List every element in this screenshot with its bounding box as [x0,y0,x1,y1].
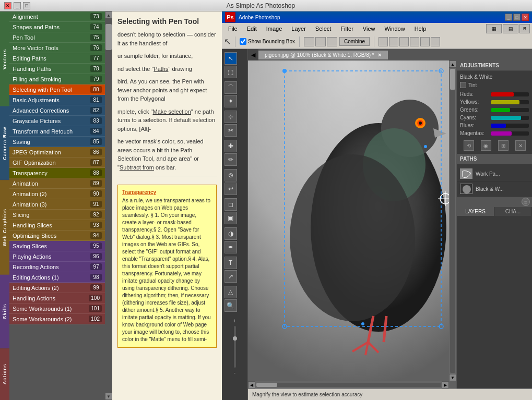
chapter-item-basic-adj[interactable]: Basic Adjustments 81 [9,95,105,105]
path-item-blackwhite[interactable]: Black & W... [457,181,532,197]
chapter-item-transparency[interactable]: Transparency 88 [9,168,105,178]
hscroll-thumb[interactable] [256,383,277,387]
chapter-item-optimizing-slices[interactable]: Optimizing Slices 94 [9,231,105,241]
ps-tab-arrow-left[interactable]: ◀ [248,49,258,60]
dodge-tool-icon[interactable]: ◑ [224,227,237,240]
marquee-tool-icon[interactable]: ⬚ [224,66,237,78]
chapter-item-shapes[interactable]: Shapes and Paths 74 [9,22,105,32]
menu-filter[interactable]: Filter [336,25,357,33]
cyans-bar-bg[interactable] [491,116,529,120]
combine-button[interactable]: Combine [339,37,370,46]
menu-layer[interactable]: Layer [287,25,310,33]
vscroll-up-btn[interactable]: ▲ [449,60,456,68]
chapter-item-playing-actions[interactable]: Playing Actions 96 [9,251,105,262]
reds-bar-bg[interactable] [491,92,529,96]
slice-tool-icon[interactable]: ✂ [224,124,237,137]
transform-btn2[interactable] [315,37,326,46]
section-label-camera[interactable]: Camera Raw [0,106,9,180]
chapter-item-handling-actions[interactable]: Handling Actions 100 [9,293,105,304]
scroll-thumb[interactable] [105,24,112,50]
gradient-tool-icon[interactable]: ▣ [224,212,237,224]
ps-close[interactable]: ✕ [522,14,529,21]
canvas-vscroll[interactable]: ▲ ▼ [449,60,456,381]
make-selection-link[interactable]: Make selection [152,108,191,115]
sidebar-scrollbar[interactable]: ▲ ▼ [105,11,112,400]
lasso-tool-icon[interactable]: ⌒ [224,81,237,94]
chapter-item-animation[interactable]: Animation 89 [9,178,105,189]
menu-window[interactable]: Window [381,25,409,33]
transform-btn3[interactable] [327,37,337,46]
zoom-out-btn[interactable]: - [234,370,235,375]
history-tool-icon[interactable]: ↩ [224,183,237,195]
ps-canvas[interactable]: ◀ ▶ ▲ ▼ [248,60,456,389]
section-label-skills[interactable]: Skills [0,275,9,348]
path-tool-icon[interactable]: ↗ [224,270,237,283]
wand-tool-icon[interactable]: ✦ [224,95,237,107]
hscroll-track[interactable] [256,383,441,387]
section-label-vectors[interactable]: Vectors [0,11,9,106]
subtract-link[interactable]: Subtract from [120,164,154,171]
zoom-in-btn[interactable]: + [233,318,237,324]
chapter-item-editing1[interactable]: Editing Actions (1) 98 [9,272,105,283]
menu-help[interactable]: Help [410,25,431,33]
ps-document-tab[interactable]: pigeon.jpg @ 100% (Black & White 1, RGB/… [258,51,388,59]
adj-btn2[interactable]: ◉ [481,140,491,151]
chapter-item-gif[interactable]: GIF Optimization 87 [9,157,105,168]
chapter-item-slicing[interactable]: Slicing 92 [9,210,105,220]
chapter-item-pen-tool[interactable]: Pen Tool 75 [9,32,105,43]
paths-options-btn[interactable]: ≡ [522,198,530,206]
chapter-item-more-vector[interactable]: More Vector Tools 76 [9,43,105,53]
move-tool-icon[interactable]: ↖ [224,52,237,65]
menu-edit[interactable]: Edit [243,25,261,33]
ps-minimize[interactable]: _ [505,14,512,21]
zoom-thumb[interactable] [233,336,237,341]
chapter-item-saving[interactable]: Saving 85 [9,137,105,147]
yellows-bar-bg[interactable] [491,100,529,104]
menu-view[interactable]: View [359,25,380,33]
window-controls-left[interactable]: ✕ _ □ [4,2,30,9]
stamp-tool-icon[interactable]: ⊚ [224,169,237,181]
chapter-item-transform[interactable]: Transform and Retouch 84 [9,126,105,137]
text-tool-icon[interactable]: T [224,257,237,269]
vscroll-thumb[interactable] [450,69,455,90]
section-label-web[interactable]: Web Graphics [0,180,9,275]
menu-image[interactable]: Image [262,25,287,33]
align-btn5[interactable] [420,37,430,46]
chapter-item-selecting-pen[interactable]: Selecting with Pen Tool 80 [9,84,105,95]
align-btn2[interactable] [389,37,398,46]
close-button[interactable]: ✕ [4,2,11,9]
shape-tool-icon[interactable]: △ [224,286,237,298]
tint-checkbox[interactable] [460,82,466,88]
doc-tab-close[interactable]: ✕ [377,52,382,58]
heal-tool-icon[interactable]: ✚ [224,140,237,152]
zoom-tool-icon[interactable]: 🔍 [224,299,237,312]
chapter-item-filling[interactable]: Filling and Stroking 79 [9,74,105,84]
tab-layers[interactable]: LAYERS [457,207,494,216]
ps-panel-btn3[interactable]: B [519,24,530,33]
path-item-workpath[interactable]: Work Pa... [457,166,532,181]
hscroll-right-btn[interactable]: ▶ [442,381,449,389]
bounding-box-label[interactable]: Show Bounding Box [240,38,295,45]
chapter-item-advanced[interactable]: Advanced Corrections 82 [9,105,105,116]
chapter-item-recording[interactable]: Recording Actions 97 [9,262,105,272]
chapter-item-editing2[interactable]: Editing Actions (2) 99 [9,283,105,293]
align-btn3[interactable] [399,37,409,46]
selection-tool-icon[interactable]: ↖ [224,37,231,46]
chapter-item-editing-paths[interactable]: Editing Paths 77 [9,53,105,64]
ps-panel-btn2[interactable]: ▤ [503,24,518,33]
menu-select[interactable]: Select [311,25,336,33]
adj-btn1[interactable]: ⟲ [464,140,474,151]
section-label-actions[interactable]: Actions [0,348,9,400]
maximize-button[interactable]: □ [23,2,30,9]
blues-bar-bg[interactable] [491,124,529,128]
menu-file[interactable]: File [224,25,242,33]
chapter-item-animation3[interactable]: Animation (3) 91 [9,199,105,210]
transform-btn1[interactable] [304,37,314,46]
chapter-item-animation2[interactable]: Animation (2) 90 [9,189,105,199]
chapter-item-workarounds1[interactable]: Some Workarounds (1) 101 [9,304,105,314]
adj-btn3[interactable]: ⊞ [498,140,509,151]
minimize-button[interactable]: _ [14,2,21,9]
chapter-item-handling-slices[interactable]: Handling Slices 93 [9,220,105,231]
chapter-item-jpeg[interactable]: JPEG Optimization 86 [9,147,105,157]
hscroll-left-btn[interactable]: ◀ [248,381,255,389]
